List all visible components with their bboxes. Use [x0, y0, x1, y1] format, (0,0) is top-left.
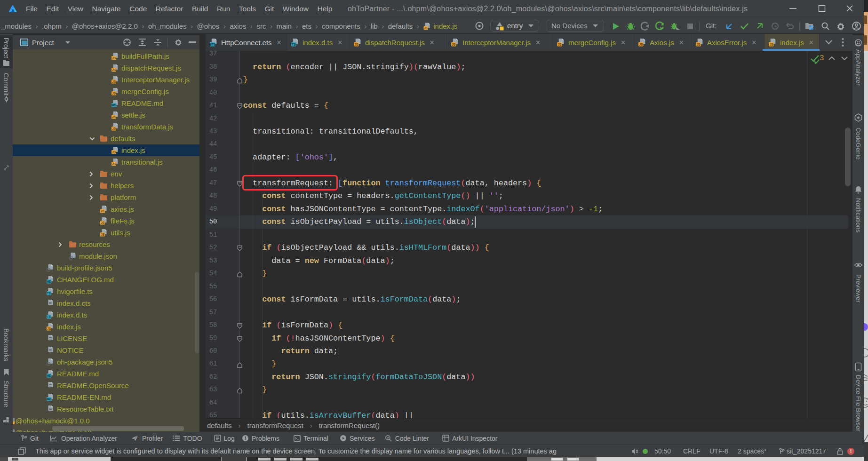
- svg-text:MD: MD: [111, 103, 116, 107]
- svg-text:JS: JS: [769, 42, 773, 46]
- svg-text:JS: JS: [452, 42, 456, 46]
- svg-text:JS: JS: [112, 92, 116, 95]
- svg-text:TS: TS: [292, 42, 296, 46]
- svg-text:JS: JS: [354, 42, 358, 46]
- svg-text:{: {: [51, 363, 53, 366]
- svg-text:JS: JS: [112, 80, 116, 83]
- svg-text:MD: MD: [47, 374, 51, 377]
- svg-text:TS: TS: [47, 315, 51, 318]
- svg-text:JS: JS: [424, 26, 428, 29]
- svg-text:JS: JS: [112, 127, 116, 130]
- svg-text:MD: MD: [47, 397, 51, 401]
- svg-text:JS: JS: [112, 56, 116, 60]
- svg-text:JS: JS: [101, 233, 105, 236]
- svg-text:JS: JS: [112, 115, 116, 119]
- svg-text:MD: MD: [47, 280, 51, 283]
- svg-text:JS: JS: [112, 68, 116, 72]
- svg-text:JS: JS: [101, 221, 105, 224]
- svg-text:{: {: [51, 269, 53, 272]
- svg-text:ETS: ETS: [210, 42, 216, 46]
- svg-text:JS: JS: [557, 42, 562, 46]
- svg-text:TS: TS: [47, 292, 51, 295]
- svg-text:{: {: [74, 257, 76, 261]
- svg-text:JS: JS: [47, 327, 51, 330]
- svg-text:JS: JS: [639, 42, 643, 46]
- svg-text:JS: JS: [101, 209, 105, 213]
- svg-text:JS: JS: [112, 162, 116, 166]
- svg-text:JS: JS: [112, 151, 116, 154]
- svg-text:JS: JS: [696, 42, 701, 46]
